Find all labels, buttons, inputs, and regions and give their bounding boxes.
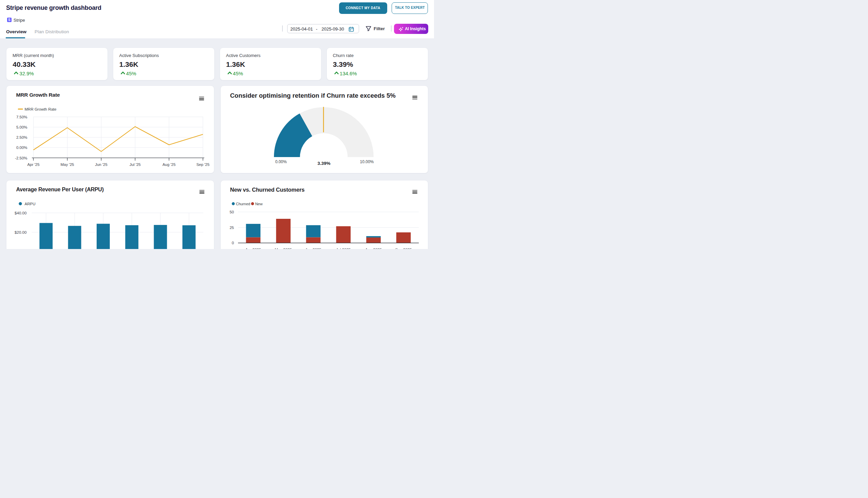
svg-text:0.00%: 0.00% xyxy=(16,145,27,149)
svg-text:Sep '25: Sep '25 xyxy=(196,162,210,167)
svg-text:2.50%: 2.50% xyxy=(16,135,27,140)
svg-text:May '25: May '25 xyxy=(61,162,74,167)
svg-text:MRR Growth Rate: MRR Growth Rate xyxy=(25,107,57,111)
svg-text:10.00%: 10.00% xyxy=(360,159,374,164)
svg-text:Jun 2025: Jun 2025 xyxy=(305,248,321,249)
svg-text:$20.00: $20.00 xyxy=(15,230,26,234)
svg-text:ARPU: ARPU xyxy=(25,201,36,206)
svg-text:Jul '25: Jul '25 xyxy=(130,162,141,167)
svg-text:Aug '25: Aug '25 xyxy=(162,162,176,167)
svg-text:0.00%: 0.00% xyxy=(275,159,287,164)
svg-text:7.50%: 7.50% xyxy=(16,115,27,119)
svg-text:50: 50 xyxy=(229,210,234,214)
svg-text:0: 0 xyxy=(232,241,234,245)
svg-text:-2.50%: -2.50% xyxy=(15,156,27,160)
svg-text:25: 25 xyxy=(229,225,234,229)
svg-text:$40.00: $40.00 xyxy=(15,211,26,215)
svg-text:New: New xyxy=(255,201,263,206)
svg-text:Apr '25: Apr '25 xyxy=(27,162,39,167)
svg-text:5.00%: 5.00% xyxy=(16,125,27,129)
svg-text:Apr 2025: Apr 2025 xyxy=(245,248,261,249)
svg-text:Aug 2025: Aug 2025 xyxy=(365,248,382,249)
svg-text:Sep 2025: Sep 2025 xyxy=(395,248,412,249)
svg-text:Jul 2025: Jul 2025 xyxy=(336,248,351,249)
svg-text:May 2025: May 2025 xyxy=(275,248,292,249)
svg-text:3.39%: 3.39% xyxy=(317,161,330,166)
svg-text:Jun '25: Jun '25 xyxy=(95,162,107,167)
svg-text:Churned: Churned xyxy=(236,201,250,206)
